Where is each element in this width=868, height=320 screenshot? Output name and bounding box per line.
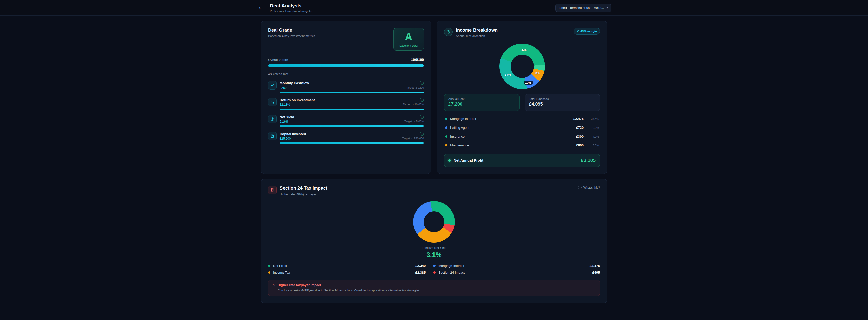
net-annual-profit-row: Net Annual Profit £3,105: [444, 154, 600, 167]
metric-progress-bar: [280, 126, 424, 127]
whats-this-link[interactable]: ? What's this?: [578, 186, 600, 189]
metric-value: 12.18%: [280, 103, 290, 106]
metric-name: Capital Invested: [280, 132, 306, 136]
metric-progress-bar: [280, 142, 424, 144]
target-icon: [268, 115, 277, 123]
check-circle-icon: ✓: [420, 115, 424, 119]
building-icon: [268, 132, 277, 140]
expense-name: Letting Agent: [450, 126, 469, 130]
net-profit-label: Net Annual Profit: [454, 158, 484, 163]
question-circle-icon: ?: [578, 186, 582, 189]
legend-dot: [433, 264, 436, 267]
metric-target: Target: ≥ 10.00%: [403, 103, 424, 106]
page-title: Deal Analysis: [270, 3, 311, 9]
effective-net-yield-label: Effective Net Yield: [268, 246, 600, 250]
check-circle-icon: ✓: [420, 132, 424, 136]
margin-badge-label: 43% margin: [581, 30, 597, 33]
deal-grade-card: Deal Grade Based on 4 key investment met…: [261, 21, 431, 174]
legend-value: £495: [592, 271, 600, 275]
metric-value: £25,500: [280, 137, 290, 140]
metric-target: Target: ≤ £50,000: [402, 137, 424, 140]
overall-score-value: 100/100: [411, 58, 424, 62]
income-subtitle: Annual rent allocation: [456, 34, 498, 38]
donut-label-maintenance: 8%: [535, 72, 540, 75]
metric-name: Monthly Cashflow: [280, 81, 309, 85]
check-circle-icon: ✓: [420, 81, 424, 85]
expense-row-insurance: Insurance £300 4.2%: [444, 132, 600, 141]
expense-pct: 4.2%: [587, 135, 599, 138]
metric-row-capital-invested: Capital Invested ✓ £25,500 Target: ≤ £50…: [268, 132, 424, 144]
grade-label: Excellent Deal: [394, 44, 424, 47]
pie-chart-icon: [444, 28, 453, 36]
legend-name: Section 24 Impact: [438, 271, 465, 275]
expense-value: £720: [576, 126, 584, 130]
legend-dot: [433, 272, 436, 274]
expense-pct: 10.0%: [587, 126, 599, 129]
expense-row-maintenance: Maintenance £600 8.3%: [444, 141, 600, 150]
back-button[interactable]: ←: [257, 3, 266, 12]
metric-name: Return on Investment: [280, 98, 315, 102]
margin-badge: ↗ 43% margin: [574, 28, 600, 35]
metric-progress-bar: [280, 109, 424, 110]
metric-value: 5.16%: [280, 120, 288, 123]
expense-value: £300: [576, 135, 584, 138]
expense-name: Insurance: [450, 135, 465, 138]
warning-title: Higher-rate taxpayer impact: [278, 283, 321, 287]
expense-name: Maintenance: [450, 143, 469, 147]
expense-pct: 34.4%: [587, 117, 599, 120]
legend-dot: [268, 264, 270, 267]
metric-name: Net Yield: [280, 115, 294, 119]
legend-value: £2,385: [415, 271, 426, 275]
section24-donut-chart: [413, 201, 455, 243]
arrow-left-icon: ←: [259, 5, 264, 11]
legend-dot: [445, 135, 447, 138]
check-circle-icon: ✓: [420, 98, 424, 102]
donut-label-letting: 10%: [524, 81, 532, 85]
whats-this-label: What's this?: [584, 186, 600, 189]
income-breakdown-card: Income Breakdown Annual rent allocation …: [437, 21, 607, 174]
income-donut-chart: 43% 8% 10% 34%: [499, 43, 545, 89]
donut-label-mortgage: 34%: [505, 73, 511, 76]
donut-label-profit: 43%: [521, 48, 527, 51]
trending-up-icon: [268, 81, 277, 90]
metric-row-net-yield: Net Yield ✓ 5.16% Target: ≥ 5.00%: [268, 115, 424, 127]
legend-dot: [445, 127, 447, 129]
metric-row-return-on-investment: Return on Investment ✓ 12.18% Target: ≥ …: [268, 98, 424, 110]
metric-row-monthly-cashflow: Monthly Cashflow ✓ £259 Target: ≥ £200: [268, 81, 424, 93]
page-subtitle: Professional investment insights: [270, 10, 311, 13]
expense-name: Mortgage Interest: [450, 117, 476, 121]
overall-score-label: Overall Score: [268, 58, 288, 62]
trend-arrow-icon: ↗: [577, 29, 579, 33]
income-title: Income Breakdown: [456, 28, 498, 33]
criteria-met-text: 4/4 criteria met: [268, 72, 424, 76]
net-profit-value: £3,105: [581, 157, 596, 163]
app-header: ← Deal Analysis Professional investment …: [0, 0, 868, 16]
tax-receipt-icon: [268, 186, 277, 194]
section24-title: Section 24 Tax Impact: [280, 186, 327, 191]
total-expenses-value: £4,095: [529, 102, 596, 107]
metric-target: Target: ≥ £200: [406, 86, 424, 90]
metric-target: Target: ≥ 5.00%: [404, 120, 424, 123]
percent-icon: [268, 98, 277, 106]
grade-badge: A Excellent Deal: [394, 28, 424, 50]
property-selector-label: 3 bed - Terraced house - A018...: [559, 6, 604, 10]
legend-dot: [445, 144, 447, 146]
annual-rent-box: Annual Rent £7,200: [444, 94, 520, 111]
legend-value: £2,340: [415, 264, 426, 268]
legend-dot: [445, 118, 447, 120]
grade-letter: A: [394, 32, 424, 42]
total-expenses-label: Total Expenses: [529, 97, 596, 100]
property-selector-dropdown[interactable]: 3 bed - Terraced house - A018... ▾: [555, 4, 611, 12]
taxpayer-warning-box: ⚠ Higher-rate taxpayer impact You lose a…: [268, 280, 600, 296]
chevron-down-icon: ▾: [607, 6, 608, 9]
total-expenses-box: Total Expenses £4,095: [525, 94, 600, 111]
legend-item-section24-impact: Section 24 Impact £495: [433, 271, 600, 275]
section24-subtitle: Higher rate (40%) taxpayer: [280, 192, 327, 196]
warning-body: You lose an extra £495/year due to Secti…: [272, 288, 596, 292]
deal-grade-title: Deal Grade: [268, 28, 315, 33]
annual-rent-value: £7,200: [448, 102, 515, 107]
expense-row-mortgage-interest: Mortgage Interest £2,475 34.4%: [444, 114, 600, 123]
expense-pct: 8.3%: [587, 144, 599, 147]
metric-progress-bar: [280, 92, 424, 93]
legend-item-mortgage-interest: Mortgage Interest £2,475: [433, 264, 600, 268]
